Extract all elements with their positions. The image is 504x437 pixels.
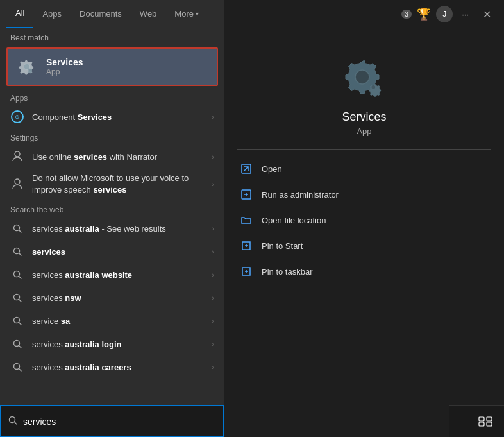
detail-title: Services <box>342 110 386 124</box>
best-match-title: Services <box>46 57 83 67</box>
detail-app-icon <box>341 54 387 100</box>
pin-taskbar-action[interactable]: Pin to taskbar <box>224 259 504 284</box>
tabs-bar: All Apps Documents Web More ▾ <box>0 0 224 28</box>
best-match-subtitle: App <box>46 67 83 76</box>
web-text-5: services australia login <box>32 339 212 349</box>
tab-web[interactable]: Web <box>131 0 166 28</box>
folder-icon <box>240 214 253 227</box>
component-services-icon: ⊕ <box>10 110 24 124</box>
close-button[interactable]: ✕ <box>478 6 496 23</box>
open-label: Open <box>262 164 282 174</box>
search-icon-2 <box>10 268 24 282</box>
svg-line-20 <box>15 422 17 425</box>
web-section-label: Search the web <box>0 200 224 217</box>
pin-taskbar-label: Pin to taskbar <box>262 267 313 277</box>
detail-actions: Open Run as administrator Open file loca… <box>224 150 504 291</box>
best-match-item[interactable]: Services App <box>6 47 218 86</box>
more-options-button[interactable]: ··· <box>458 7 473 22</box>
settings-narrator-text: Use online services with Narrator <box>32 152 212 162</box>
web-item-2[interactable]: services australia website › <box>0 263 224 286</box>
search-bar <box>0 405 224 437</box>
settings-voice-text: Do not allow Microsoft to use your voice… <box>32 173 212 196</box>
more-arrow-icon: ▾ <box>196 10 199 17</box>
web-text-6: services australia careers <box>32 363 212 372</box>
services-app-icon <box>15 55 38 78</box>
svg-line-10 <box>19 277 22 279</box>
chevron-web-5: › <box>212 340 214 348</box>
search-icon-6 <box>10 360 24 374</box>
chevron-web-2: › <box>212 271 214 278</box>
web-text-4: service sa <box>32 316 212 326</box>
web-item-3[interactable]: services nsw › <box>0 286 224 309</box>
component-services-item[interactable]: ⊕ Component Services › <box>0 105 224 128</box>
svg-line-8 <box>19 253 22 256</box>
web-text-2: services australia website <box>32 270 212 280</box>
search-bar-icon <box>8 415 18 427</box>
tab-all[interactable]: All <box>6 0 33 28</box>
settings-voice-item[interactable]: Do not allow Microsoft to use your voice… <box>0 168 224 200</box>
chevron-icon-2: › <box>212 153 214 160</box>
detail-subtitle: App <box>357 126 371 136</box>
detail-top: Services App <box>224 28 504 149</box>
results-list: Best match Services <box>0 28 224 437</box>
tab-documents[interactable]: Documents <box>71 0 131 28</box>
search-icon-4 <box>10 314 24 328</box>
settings-section-label: Settings <box>0 128 224 145</box>
web-text-1: services <box>32 247 212 257</box>
search-panel: All Apps Documents Web More ▾ Best match <box>0 0 224 437</box>
run-admin-label: Run as administrator <box>262 190 339 200</box>
svg-rect-36 <box>479 422 484 426</box>
chevron-web-0: › <box>212 225 214 232</box>
web-item-6[interactable]: services australia careers › <box>0 356 224 379</box>
svg-point-4 <box>15 179 20 184</box>
web-item-1[interactable]: services › <box>0 240 224 263</box>
tab-apps[interactable]: Apps <box>33 0 71 28</box>
svg-line-14 <box>19 323 22 325</box>
user-avatar[interactable]: J <box>436 6 453 22</box>
open-action[interactable]: Open <box>224 156 504 182</box>
pin-taskbar-icon <box>240 265 253 278</box>
svg-point-3 <box>15 151 20 157</box>
best-match-label: Best match <box>0 28 224 45</box>
search-icon-1 <box>10 244 24 259</box>
file-location-action[interactable]: Open file location <box>224 207 504 233</box>
search-icon-5 <box>10 337 24 351</box>
svg-point-21 <box>355 70 369 84</box>
search-icon-0 <box>10 221 24 236</box>
detail-panel: 3 🏆 J ··· ✕ Services App <box>224 0 504 437</box>
svg-line-18 <box>19 369 22 372</box>
tab-more[interactable]: More ▾ <box>165 0 208 28</box>
narrator-icon <box>10 150 24 164</box>
chevron-web-4: › <box>212 317 214 325</box>
chevron-icon: › <box>212 113 214 121</box>
chevron-web-3: › <box>212 294 214 302</box>
web-item-5[interactable]: services australia login › <box>0 332 224 356</box>
search-input[interactable] <box>23 416 217 427</box>
taskview-button[interactable] <box>473 409 498 434</box>
component-services-text: Component Services <box>32 112 212 122</box>
web-item-4[interactable]: service sa › <box>0 309 224 332</box>
web-item-0[interactable]: services australia - See web results › <box>0 217 224 240</box>
svg-line-6 <box>19 230 22 233</box>
run-admin-action[interactable]: Run as administrator <box>224 182 504 207</box>
voice-icon <box>10 177 24 191</box>
svg-rect-37 <box>487 422 492 426</box>
svg-rect-34 <box>479 417 484 421</box>
file-location-label: Open file location <box>262 216 326 225</box>
svg-point-1 <box>24 64 30 70</box>
chevron-icon-3: › <box>212 180 214 188</box>
svg-point-22 <box>372 85 376 89</box>
trophy-icon: 🏆 <box>417 7 431 21</box>
notification-badge: 3 <box>401 10 412 19</box>
admin-icon <box>240 188 253 201</box>
web-text-0: services australia - See web results <box>32 224 212 234</box>
svg-rect-35 <box>487 417 492 421</box>
taskbar: O Ps <box>449 405 504 437</box>
chevron-web-6: › <box>212 363 214 371</box>
web-text-3: services nsw <box>32 293 212 303</box>
apps-section-label: Apps <box>0 89 224 105</box>
svg-line-12 <box>19 300 22 302</box>
pin-start-label: Pin to Start <box>262 241 303 251</box>
settings-narrator-item[interactable]: Use online services with Narrator › <box>0 145 224 168</box>
pin-start-action[interactable]: Pin to Start <box>224 233 504 259</box>
